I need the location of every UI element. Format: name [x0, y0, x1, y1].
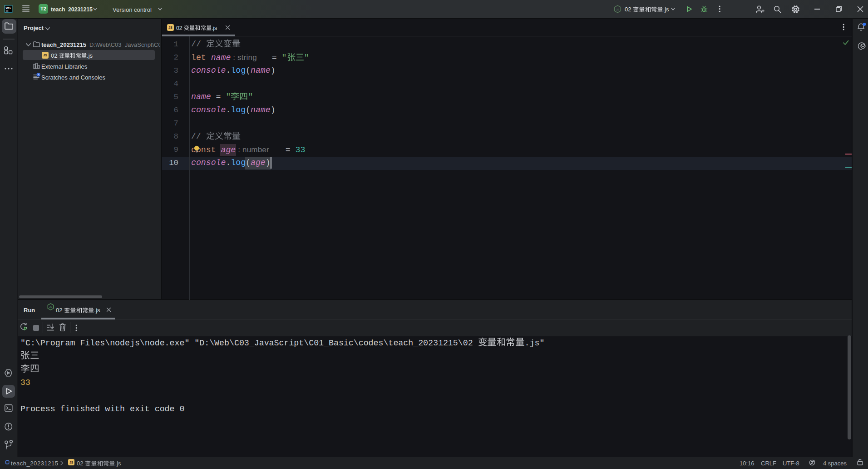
svg-text:JS: JS — [49, 305, 52, 308]
svg-text:JS: JS — [616, 8, 619, 11]
svg-text:WS: WS — [5, 6, 10, 10]
